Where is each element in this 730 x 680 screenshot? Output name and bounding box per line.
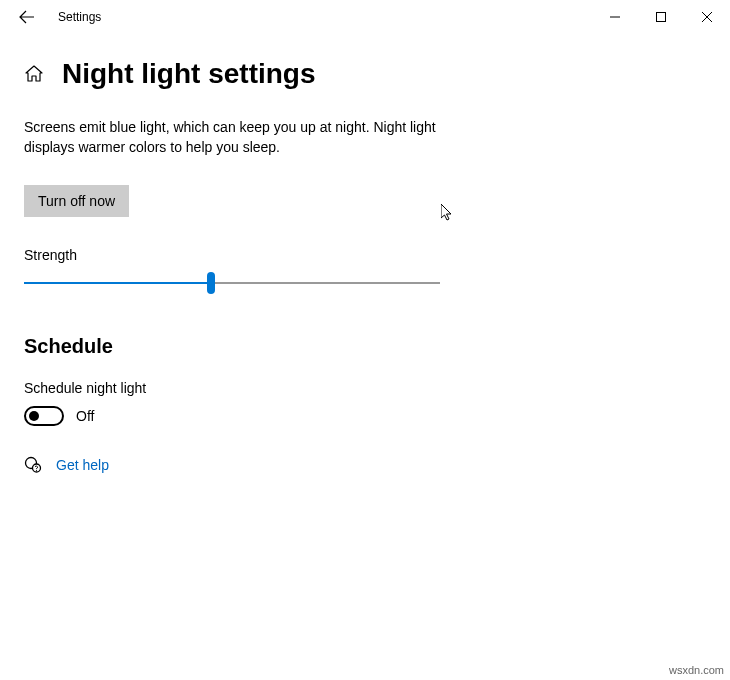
strength-label: Strength (24, 247, 706, 263)
maximize-icon (656, 12, 666, 22)
page-header: Night light settings (24, 58, 706, 90)
schedule-toggle-label: Schedule night light (24, 380, 706, 396)
page-title: Night light settings (62, 58, 316, 90)
titlebar-title: Settings (58, 10, 101, 24)
home-icon (25, 65, 43, 83)
titlebar: Settings (0, 0, 730, 34)
slider-thumb[interactable] (207, 272, 215, 294)
window-controls (592, 2, 730, 32)
slider-fill (24, 282, 211, 284)
content-area: Night light settings Screens emit blue l… (0, 34, 730, 474)
minimize-icon (610, 12, 620, 22)
schedule-toggle[interactable] (24, 406, 64, 426)
toggle-knob (29, 411, 39, 421)
schedule-toggle-row: Off (24, 406, 706, 426)
turn-off-button[interactable]: Turn off now (24, 185, 129, 217)
maximize-button[interactable] (638, 2, 684, 32)
minimize-button[interactable] (592, 2, 638, 32)
home-button[interactable] (24, 64, 44, 84)
close-icon (702, 12, 712, 22)
description-text: Screens emit blue light, which can keep … (24, 118, 444, 157)
get-help-link[interactable]: Get help (56, 457, 109, 473)
close-button[interactable] (684, 2, 730, 32)
toggle-state-text: Off (76, 408, 94, 424)
svg-rect-1 (657, 13, 666, 22)
back-arrow-icon (19, 9, 35, 25)
back-button[interactable] (12, 2, 42, 32)
svg-point-6 (36, 470, 37, 471)
help-icon (24, 456, 42, 474)
help-row: Get help (24, 456, 706, 474)
schedule-heading: Schedule (24, 335, 706, 358)
strength-slider-group: Strength (24, 247, 706, 287)
watermark: wsxdn.com (669, 664, 724, 676)
strength-slider[interactable] (24, 279, 440, 287)
